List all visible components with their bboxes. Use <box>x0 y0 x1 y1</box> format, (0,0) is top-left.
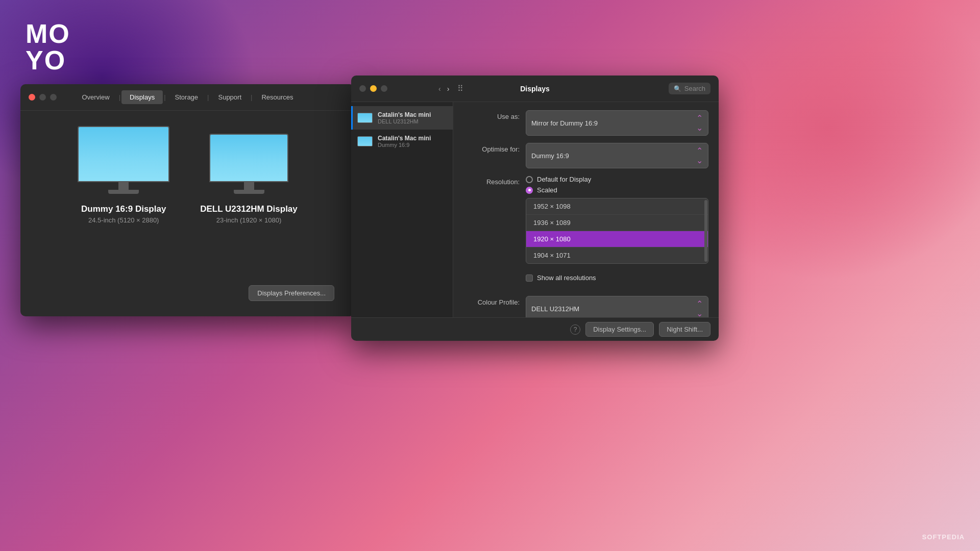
monitor-screen-dummy <box>78 126 169 182</box>
close-button-right[interactable] <box>359 85 366 92</box>
sidebar-display-sub-dummy: Dummy 16:9 <box>378 142 447 148</box>
tab-overview[interactable]: Overview <box>74 90 117 104</box>
use-as-dropdown[interactable]: Mirror for Dummy 16:9 ⌃⌄ <box>526 110 708 136</box>
resolution-item-1904[interactable]: 1904 × 1071 <box>526 247 708 263</box>
sidebar-display-sub-dell: DELL U2312HM <box>378 118 447 124</box>
show-all-control: Show all resolutions <box>526 271 708 289</box>
monitor-stand-dummy <box>108 182 139 194</box>
resolution-item-1936[interactable]: 1936 × 1089 <box>526 215 708 231</box>
right-titlebar: ‹ › ⠿ Displays 🔍 Search <box>351 76 719 102</box>
use-as-row: Use as: Mirror for Dummy 16:9 ⌃⌄ <box>463 110 708 136</box>
forward-arrow[interactable]: › <box>445 84 452 94</box>
radio-circle-scaled <box>526 187 533 194</box>
show-all-label: Show all resolutions <box>537 274 596 282</box>
radio-label-scaled: Scaled <box>537 186 557 194</box>
traffic-lights-left <box>20 87 65 108</box>
radio-label-default: Default for Display <box>537 176 591 183</box>
resolution-list: 1952 × 1098 1936 × 1089 980 × 551 1904… <box>526 198 708 264</box>
sidebar-display-text-dell: Catalin's Mac mini DELL U2312HM <box>378 111 447 124</box>
show-all-row: Show all resolutions <box>463 271 708 289</box>
monitor-item-dell: DELL U2312HM Display 23-inch (1920 × 108… <box>200 134 298 224</box>
radio-default[interactable]: Default for Display <box>526 176 708 183</box>
sidebar-item-dummy[interactable]: Catalin's Mac mini Dummy 16:9 <box>351 130 453 153</box>
show-all-checkbox-row[interactable]: Show all resolutions <box>526 274 708 282</box>
search-icon: 🔍 <box>674 85 681 92</box>
use-as-arrow: ⌃⌄ <box>696 113 703 133</box>
settings-panel: Use as: Mirror for Dummy 16:9 ⌃⌄ Optimis… <box>453 102 719 317</box>
window-title: Displays <box>520 85 550 93</box>
system-info-window: Overview | Displays | Storage | Support … <box>20 84 355 316</box>
outer-footer: ? Display Settings... Night Shift... <box>351 317 719 341</box>
resolution-list-wrapper: 1952 × 1098 1936 × 1089 980 × 551 1904… <box>526 198 708 264</box>
optimise-for-arrow: ⌃⌄ <box>696 146 703 165</box>
monitor-screen-dell <box>209 134 288 182</box>
display-settings-button[interactable]: Display Settings... <box>585 322 654 337</box>
show-all-spacer <box>463 271 520 273</box>
resolution-item-1952[interactable]: 1952 × 1098 <box>526 198 708 215</box>
optimise-for-row: Optimise for: Dummy 16:9 ⌃⌄ <box>463 143 708 168</box>
optimise-for-control: Dummy 16:9 ⌃⌄ <box>526 143 708 168</box>
search-box[interactable]: 🔍 Search <box>669 83 710 94</box>
tab-storage[interactable]: Storage <box>167 90 207 104</box>
night-shift-button[interactable]: Night Shift... <box>659 322 710 337</box>
resolution-label: Resolution: <box>463 176 520 186</box>
tab-displays[interactable]: Displays <box>121 90 163 104</box>
monitor-sublabel-dell: 23-inch (980 × 551) <box>216 216 282 224</box>
displays-preferences-window: ‹ › ⠿ Displays 🔍 Search Catalin's Mac mi… <box>351 76 719 341</box>
nav-arrows: ‹ › <box>436 84 451 94</box>
radio-circle-default <box>526 176 533 183</box>
fullscreen-button-right[interactable] <box>381 85 387 92</box>
tab-bar: Overview | Displays | Storage | Support … <box>74 90 301 104</box>
sidebar-item-dell[interactable]: Catalin's Mac mini DELL U2312HM <box>351 106 453 130</box>
tab-resources[interactable]: Resources <box>253 90 301 104</box>
displays-content: Dummy 16:9 Display 24.5-inch (5120 × 288… <box>20 111 355 316</box>
monitor-base-dell <box>234 190 264 194</box>
tab-support[interactable]: Support <box>210 90 250 104</box>
colour-profile-arrow: ⌃⌄ <box>696 299 703 317</box>
back-arrow[interactable]: ‹ <box>436 84 443 94</box>
fullscreen-button-left[interactable] <box>50 94 57 101</box>
monitor-label-dell: DELL U2312HM Display <box>200 204 298 214</box>
softpedia-watermark: SOFTPEDIA <box>922 533 965 541</box>
monitor-base-dummy <box>108 190 139 194</box>
use-as-label: Use as: <box>463 110 520 120</box>
sidebar-display-icon-dell <box>357 113 373 123</box>
monitor-neck-dell <box>244 182 254 190</box>
right-window-main: Catalin's Mac mini DELL U2312HM Catalin'… <box>351 102 719 317</box>
traffic-lights-right <box>351 78 396 99</box>
resolution-row: Resolution: Default for Display Scaled <box>463 176 708 264</box>
colour-profile-dropdown[interactable]: DELL U2312HM ⌃⌄ <box>526 296 708 317</box>
displays-sidebar: Catalin's Mac mini DELL U2312HM Catalin'… <box>351 102 453 317</box>
grid-icon[interactable]: ⠿ <box>457 84 463 93</box>
minimize-button-left[interactable] <box>39 94 46 101</box>
sidebar-display-text-dummy: Catalin's Mac mini Dummy 16:9 <box>378 135 447 148</box>
monitor-neck-dummy <box>118 182 129 190</box>
show-all-checkbox[interactable] <box>526 274 533 282</box>
optimise-for-label: Optimise for: <box>463 143 520 153</box>
left-titlebar: Overview | Displays | Storage | Support … <box>20 84 355 111</box>
radio-scaled[interactable]: Scaled <box>526 186 708 194</box>
sidebar-display-name-dummy: Catalin's Mac mini <box>378 135 447 142</box>
optimise-for-dropdown[interactable]: Dummy 16:9 ⌃⌄ <box>526 143 708 168</box>
resolution-radio-group: Default for Display Scaled <box>526 176 708 194</box>
optimise-for-value: Dummy 16:9 <box>531 152 569 160</box>
colour-profile-label: Colour Profile: <box>463 296 520 306</box>
close-button-left[interactable] <box>29 94 35 101</box>
resolution-control: Default for Display Scaled 1952 × 1098 <box>526 176 708 264</box>
monitor-label-dummy: Dummy 16:9 Display <box>81 204 166 214</box>
colour-profile-control: DELL U2312HM ⌃⌄ <box>526 296 708 317</box>
displays-preferences-button[interactable]: Displays Preferences... <box>249 285 334 301</box>
resolution-item-1920[interactable]: 980 × 551 <box>526 231 708 247</box>
colour-profile-row: Colour Profile: DELL U2312HM ⌃⌄ <box>463 296 708 317</box>
minimize-button-right[interactable] <box>370 85 377 92</box>
sidebar-display-name-dell: Catalin's Mac mini <box>378 111 447 118</box>
monitor-item-dummy: Dummy 16:9 Display 24.5-inch (5120 × 288… <box>78 126 169 224</box>
outer-help-button[interactable]: ? <box>570 324 580 335</box>
monitor-sublabel-dummy: 24.5-inch (5120 × 2880) <box>88 216 159 224</box>
monitor-row: Dummy 16:9 Display 24.5-inch (5120 × 288… <box>78 126 298 224</box>
use-as-value: Mirror for Dummy 16:9 <box>531 119 598 127</box>
colour-profile-value: DELL U2312HM <box>531 305 579 313</box>
resolution-scrollbar[interactable] <box>704 200 707 262</box>
monitor-stand-dell <box>234 182 264 194</box>
search-placeholder: Search <box>684 85 705 92</box>
